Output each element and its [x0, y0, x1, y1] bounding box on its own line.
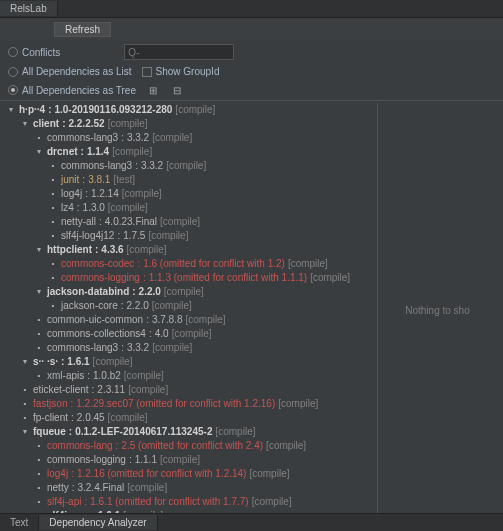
chevron-down-icon[interactable]	[20, 117, 30, 131]
dep-version: 1.0-20190116.093212-280	[54, 103, 172, 117]
tree-node[interactable]: lz4 : 1.3.0 [compile]	[2, 201, 373, 215]
bottom-tab-analyzer[interactable]: Dependency Analyzer	[39, 515, 157, 530]
bottom-tab-text[interactable]: Text	[0, 515, 39, 530]
tree-node[interactable]: commons-lang3 : 3.3.2 [compile]	[2, 341, 373, 355]
tree-node[interactable]: junit : 3.8.1 [test]	[2, 173, 373, 187]
tree-node[interactable]: client : 2.2.2.52 [compile]	[2, 117, 373, 131]
tree-node[interactable]: slf4j-log4j12 : 1.7.5 [compile]	[2, 229, 373, 243]
tree-node[interactable]: drcnet : 1.1.4 [compile]	[2, 145, 373, 159]
chevron-down-icon[interactable]	[34, 243, 44, 257]
tree-node[interactable]: fp-client : 2.0.45 [compile]	[2, 411, 373, 425]
dep-version: 1.1.4	[87, 145, 109, 159]
tree-radio[interactable]: All Dependencies as Tree	[8, 85, 136, 96]
dep-scope: [compile]	[310, 271, 350, 285]
bullet-icon	[34, 131, 44, 145]
tree-node[interactable]: jackson-core : 2.2.0 [compile]	[2, 299, 373, 313]
bullet-icon	[34, 481, 44, 495]
dep-name: httpclient	[47, 243, 92, 257]
tree-node[interactable]: xml-apis : 1.0.b2 [compile]	[2, 369, 373, 383]
chevron-down-icon[interactable]	[34, 285, 44, 299]
tree-node[interactable]: netty : 3.2.4.Final [compile]	[2, 481, 373, 495]
dep-name: netty	[47, 481, 69, 495]
dep-scope: [compile]	[278, 397, 318, 411]
bullet-icon	[20, 411, 30, 425]
tree-node[interactable]: eticket-client : 2.3.11 [compile]	[2, 383, 373, 397]
refresh-button[interactable]: Refresh	[54, 22, 111, 37]
collapse-all-icon[interactable]: ⊟	[170, 83, 184, 97]
dep-version: 2.5 (omitted for conflict with 2.4)	[121, 439, 263, 453]
tree-node[interactable]: fqueue : 0.1.2-LEF-20140617.113245-2 [co…	[2, 425, 373, 439]
dep-version: 2.2.0	[139, 285, 161, 299]
tree-node[interactable]: commons-lang3 : 3.3.2 [compile]	[2, 159, 373, 173]
dep-scope: [compile]	[160, 453, 200, 467]
dep-name: eticket-client	[33, 383, 89, 397]
dep-name: commons-lang3	[47, 341, 118, 355]
list-radio[interactable]: All Dependencies as List	[8, 66, 132, 77]
dep-version: 2.2.2.52	[68, 117, 104, 131]
bullet-icon	[34, 453, 44, 467]
dep-name: commons-codec	[61, 257, 134, 271]
expand-all-icon[interactable]: ⊞	[146, 83, 160, 97]
dep-name: commons-lang	[47, 439, 113, 453]
dep-name: log4j	[61, 187, 82, 201]
tree-node[interactable]: log4j : 1.2.16 (omitted for conflict wit…	[2, 467, 373, 481]
dep-name: fastjson	[33, 397, 67, 411]
tree-node[interactable]: s·· ·s· : 1.6.1 [compile]	[2, 355, 373, 369]
tree-node[interactable]: httpclient : 4.3.6 [compile]	[2, 243, 373, 257]
radio-icon	[8, 85, 18, 95]
chevron-down-icon[interactable]	[20, 425, 30, 439]
tree-node[interactable]: commons-logging : 1.1.1 [compile]	[2, 453, 373, 467]
tree-node[interactable]: common-uic-common : 3.7.8.8 [compile]	[2, 313, 373, 327]
bullet-icon	[48, 173, 58, 187]
tree-node[interactable]: commons-collections4 : 4.0 [compile]	[2, 327, 373, 341]
tree-node[interactable]: h·p··4 : 1.0-20190116.093212-280 [compil…	[2, 103, 373, 117]
dep-scope: [compile]	[127, 243, 167, 257]
tree-label: All Dependencies as Tree	[22, 85, 136, 96]
dep-name: slf4j-api	[47, 495, 81, 509]
dep-version: 4.3.6	[101, 243, 123, 257]
radio-icon	[8, 67, 18, 77]
groupid-checkbox[interactable]: Show GroupId	[142, 66, 220, 77]
chevron-down-icon[interactable]	[6, 103, 16, 117]
dependency-tree[interactable]: h·p··4 : 1.0-20190116.093212-280 [compil…	[2, 103, 373, 519]
top-tab[interactable]: RelsLab	[0, 1, 58, 16]
bullet-icon	[48, 257, 58, 271]
tree-node[interactable]: slf4j-api : 1.6.1 (omitted for conflict …	[2, 495, 373, 509]
dep-version: 1.0.b2	[93, 369, 121, 383]
dep-version: 0.1.2-LEF-20140617.113245-2	[75, 425, 212, 439]
dep-scope: [compile]	[127, 481, 167, 495]
tree-node[interactable]: commons-lang3 : 3.3.2 [compile]	[2, 131, 373, 145]
dep-scope: [compile]	[152, 341, 192, 355]
bullet-icon	[48, 187, 58, 201]
dep-scope: [compile]	[108, 201, 148, 215]
bullet-icon	[48, 215, 58, 229]
dep-name: s·· ·s·	[33, 355, 58, 369]
dep-version: 1.7.5	[123, 229, 145, 243]
tree-node[interactable]: log4j : 1.2.14 [compile]	[2, 187, 373, 201]
tree-node[interactable]: fastjson : 1.2.29.sec07 (omitted for con…	[2, 397, 373, 411]
bullet-icon	[34, 495, 44, 509]
dep-scope: [compile]	[152, 299, 192, 313]
tree-node[interactable]: commons-codec : 1.6 (omitted for conflic…	[2, 257, 373, 271]
tree-node[interactable]: commons-logging : 1.1.3 (omitted for con…	[2, 271, 373, 285]
dep-scope: [compile]	[172, 327, 212, 341]
dep-version: 3.3.2	[141, 159, 163, 173]
dep-version: 4.0.23.Final	[105, 215, 157, 229]
dep-scope: [compile]	[266, 439, 306, 453]
dep-version: 1.1.3 (omitted for conflict with 1.1.1)	[149, 271, 307, 285]
dep-version: 1.6 (omitted for conflict with 1.2)	[143, 257, 285, 271]
tree-node[interactable]: jackson-databind : 2.2.0 [compile]	[2, 285, 373, 299]
dep-scope: [compile]	[128, 383, 168, 397]
tree-node[interactable]: commons-lang : 2.5 (omitted for conflict…	[2, 439, 373, 453]
chevron-down-icon[interactable]	[34, 145, 44, 159]
bullet-icon	[34, 341, 44, 355]
dep-version: 1.6.1 (omitted for conflict with 1.7.7)	[90, 495, 248, 509]
dep-name: slf4j-log4j12	[61, 229, 114, 243]
dep-name: client	[33, 117, 59, 131]
tree-node[interactable]: netty-all : 4.0.23.Final [compile]	[2, 215, 373, 229]
dep-version: 1.3.0	[83, 201, 105, 215]
conflicts-radio[interactable]: Conflicts	[8, 47, 60, 58]
search-input[interactable]	[124, 44, 234, 60]
dep-scope: [compile]	[148, 229, 188, 243]
chevron-down-icon[interactable]	[20, 355, 30, 369]
